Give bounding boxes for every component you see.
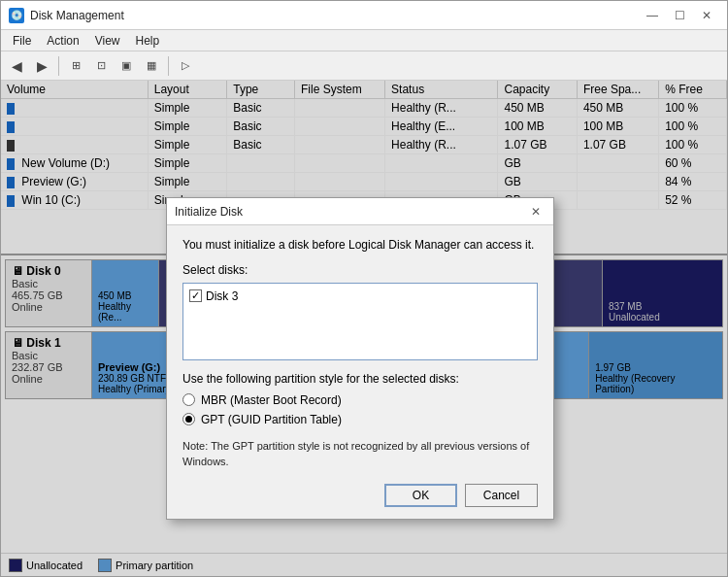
modal-overlay: Initialize Disk ✕ You must initialize a … bbox=[1, 81, 727, 576]
toolbar-separator-1 bbox=[58, 56, 59, 76]
menu-action[interactable]: Action bbox=[39, 32, 86, 50]
toolbar-separator-2 bbox=[168, 56, 169, 76]
disk-checkbox[interactable] bbox=[189, 289, 202, 302]
title-bar-left: 💿 Disk Management bbox=[9, 8, 124, 23]
main-window: 💿 Disk Management — ☐ ✕ File Action View… bbox=[0, 0, 728, 577]
disk-list-item-label: Disk 3 bbox=[206, 289, 238, 303]
close-button[interactable]: ✕ bbox=[694, 6, 719, 25]
toolbar: ◀ ▶ ⊞ ⊡ ▣ ▦ ▷ bbox=[1, 51, 727, 81]
initialize-disk-dialog: Initialize Disk ✕ You must initialize a … bbox=[166, 197, 554, 520]
modal-close-button[interactable]: ✕ bbox=[526, 203, 546, 221]
modal-message: You must initialize a disk before Logica… bbox=[182, 237, 538, 254]
title-bar: 💿 Disk Management — ☐ ✕ bbox=[1, 1, 727, 30]
radio-mbr-circle[interactable] bbox=[182, 393, 195, 406]
modal-note: Note: The GPT partition style is not rec… bbox=[182, 438, 538, 470]
forward-button[interactable]: ▶ bbox=[30, 54, 53, 78]
window-title: Disk Management bbox=[30, 9, 124, 22]
modal-title: Initialize Disk bbox=[175, 205, 243, 219]
ok-button[interactable]: OK bbox=[384, 484, 457, 507]
disk-list-box[interactable]: Disk 3 bbox=[182, 283, 538, 360]
menu-file[interactable]: File bbox=[5, 32, 39, 50]
cancel-button[interactable]: Cancel bbox=[465, 484, 538, 507]
minimize-button[interactable]: — bbox=[640, 6, 665, 25]
main-content: Volume Layout Type File System Status Ca… bbox=[1, 81, 727, 576]
partition-style-label: Use the following partition style for th… bbox=[182, 372, 538, 386]
toolbar-btn-2[interactable]: ⊡ bbox=[89, 54, 113, 78]
modal-buttons: OK Cancel bbox=[182, 484, 538, 507]
title-bar-buttons: — ☐ ✕ bbox=[640, 6, 719, 25]
radio-gpt-circle[interactable] bbox=[182, 413, 195, 425]
menu-help[interactable]: Help bbox=[128, 32, 168, 50]
radio-gpt[interactable]: GPT (GUID Partition Table) bbox=[182, 413, 538, 426]
window-icon: 💿 bbox=[9, 8, 24, 23]
modal-body: You must initialize a disk before Logica… bbox=[167, 225, 553, 519]
menu-bar: File Action View Help bbox=[1, 30, 727, 51]
back-button[interactable]: ◀ bbox=[5, 54, 28, 78]
toolbar-btn-1[interactable]: ⊞ bbox=[64, 54, 87, 78]
menu-view[interactable]: View bbox=[87, 32, 128, 50]
toolbar-btn-4[interactable]: ▦ bbox=[140, 54, 163, 78]
radio-mbr[interactable]: MBR (Master Boot Record) bbox=[182, 393, 538, 407]
radio-gpt-label: GPT (GUID Partition Table) bbox=[201, 413, 342, 426]
toolbar-btn-3[interactable]: ▣ bbox=[115, 54, 138, 78]
modal-title-bar: Initialize Disk ✕ bbox=[167, 198, 553, 225]
toolbar-btn-5[interactable]: ▷ bbox=[174, 54, 197, 78]
select-disks-label: Select disks: bbox=[182, 263, 538, 277]
partition-radio-group: MBR (Master Boot Record) GPT (GUID Parti… bbox=[182, 393, 538, 426]
disk-list-item[interactable]: Disk 3 bbox=[187, 288, 533, 305]
maximize-button[interactable]: ☐ bbox=[667, 6, 692, 25]
radio-mbr-label: MBR (Master Boot Record) bbox=[201, 393, 342, 407]
